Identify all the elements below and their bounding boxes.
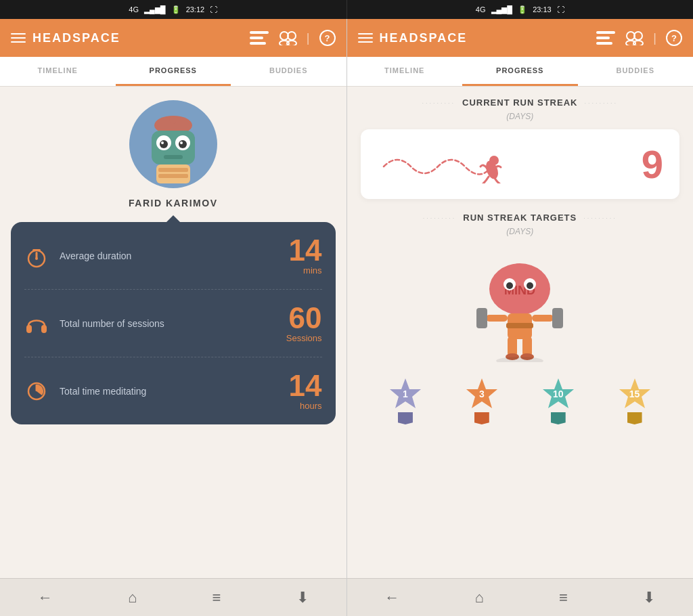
time-right: 23:13 — [533, 5, 552, 14]
targets-dots-right: ········· — [583, 215, 617, 221]
medal-10: 10 — [540, 376, 577, 424]
svg-rect-49 — [476, 308, 487, 328]
menu-button-left[interactable]: ≡ — [213, 589, 221, 607]
battery-left: 🔋 — [171, 5, 181, 14]
svg-rect-19 — [158, 174, 188, 178]
app-title-right: HEADSPACE — [380, 31, 468, 45]
screenshot-icon-right: ⛶ — [557, 5, 564, 14]
clock-pie-icon — [24, 380, 49, 402]
tab-progress-right[interactable]: PROGRESS — [462, 57, 578, 86]
tab-timeline-right[interactable]: TIMELINE — [347, 57, 463, 86]
svg-rect-30 — [596, 42, 612, 45]
time-left: 23:12 — [186, 5, 205, 14]
streak-path-svg — [377, 143, 512, 183]
streak-dots-right: ········· — [584, 100, 618, 106]
medal-1: 1 — [387, 376, 424, 424]
timer-icon — [24, 244, 49, 268]
svg-point-15 — [180, 141, 183, 144]
people-icon-left[interactable] — [278, 30, 297, 45]
back-button-right[interactable]: ← — [384, 589, 399, 607]
svg-point-23 — [35, 257, 38, 260]
total-time-label: Total time meditating — [60, 385, 278, 397]
svg-rect-16 — [164, 155, 183, 159]
svg-rect-1 — [250, 37, 263, 39]
hamburger-menu-right[interactable] — [358, 33, 373, 43]
svg-point-43 — [506, 282, 513, 289]
svg-rect-27 — [36, 384, 38, 391]
sessions-value: 60 Sessions — [286, 303, 322, 343]
list-icon-right[interactable] — [596, 31, 615, 45]
streak-title: CURRENT RUN STREAK — [462, 97, 577, 108]
tab-buddies-right[interactable]: BUDDIES — [578, 57, 694, 86]
svg-point-12 — [160, 140, 168, 148]
svg-rect-46 — [506, 323, 533, 328]
download-button-right[interactable]: ⬇ — [643, 589, 655, 607]
status-4g-left: 4G — [129, 5, 139, 14]
streak-visual — [377, 143, 623, 186]
svg-point-8 — [169, 116, 177, 124]
medals-row: 1 3 — [361, 376, 680, 424]
targets-dots-left: ········· — [423, 215, 457, 221]
svg-rect-22 — [32, 249, 41, 251]
app-title-left: HEADSPACE — [32, 31, 120, 45]
home-button-left[interactable]: ⌂ — [128, 589, 137, 607]
tab-timeline-left[interactable]: TIMELINE — [0, 57, 116, 86]
svg-rect-29 — [596, 37, 610, 39]
tab-progress-left[interactable]: PROGRESS — [116, 57, 231, 86]
svg-rect-47 — [486, 315, 508, 322]
svg-point-44 — [527, 282, 533, 289]
avatar — [129, 100, 217, 188]
targets-subtitle: (DAYS) — [361, 227, 680, 236]
screenshot-icon-left: ⛶ — [210, 5, 217, 14]
svg-point-36 — [489, 156, 499, 165]
svg-rect-25 — [41, 325, 47, 333]
avg-duration-label: Average duration — [60, 250, 278, 262]
back-button-left[interactable]: ← — [38, 589, 53, 607]
total-time-value: 14 hours — [289, 371, 322, 411]
battery-right: 🔋 — [518, 5, 527, 14]
svg-rect-50 — [552, 308, 563, 328]
svg-point-55 — [496, 357, 543, 362]
svg-rect-0 — [250, 31, 269, 34]
signal-bars-left: ▂▄▆█ — [144, 5, 166, 14]
avg-duration-value: 14 mins — [289, 236, 322, 276]
menu-button-right[interactable]: ≡ — [559, 589, 568, 607]
headphone-icon — [24, 313, 49, 334]
medal-15: 15 — [617, 376, 653, 424]
avatar-illustration — [133, 104, 214, 185]
signal-bars-right: ▂▄▆█ — [491, 5, 513, 14]
ribbon-15 — [627, 412, 642, 424]
svg-point-13 — [179, 140, 187, 148]
mind-character: MIND — [466, 247, 574, 362]
medal-3: 3 — [464, 376, 500, 424]
header-left: HEADSPACE | ? — [0, 19, 346, 57]
ribbon-3 — [474, 412, 489, 424]
sessions-label: Total number of sessions — [60, 317, 275, 330]
svg-rect-2 — [250, 42, 266, 45]
svg-point-14 — [161, 141, 164, 144]
status-4g-right: 4G — [476, 5, 486, 14]
help-icon-left[interactable]: ? — [319, 30, 336, 46]
targets-title: RUN STREAK TARGETS — [463, 213, 577, 223]
streak-subtitle: (DAYS) — [361, 112, 680, 121]
svg-rect-24 — [26, 325, 32, 333]
svg-rect-28 — [596, 31, 615, 34]
divider-left: | — [307, 31, 310, 45]
profile-name: FARID KARIMOV — [129, 198, 218, 208]
svg-rect-18 — [158, 168, 188, 172]
svg-rect-48 — [532, 315, 554, 322]
tab-buddies-left[interactable]: BUDDIES — [231, 57, 346, 86]
streak-card: 9 — [361, 129, 680, 199]
download-button-left[interactable]: ⬇ — [296, 589, 309, 607]
help-icon-right[interactable]: ? — [666, 30, 682, 46]
list-icon-left[interactable] — [250, 31, 269, 45]
ribbon-1 — [398, 412, 413, 424]
streak-dots-left: ········· — [422, 100, 456, 106]
ribbon-10 — [551, 412, 566, 424]
streak-number: 9 — [623, 141, 663, 187]
home-button-right[interactable]: ⌂ — [474, 589, 483, 607]
people-icon-right[interactable] — [625, 30, 644, 45]
header-right: HEADSPACE | ? — [347, 19, 694, 57]
stats-card: Average duration 14 mins — [11, 222, 336, 424]
hamburger-menu-left[interactable] — [11, 33, 26, 43]
